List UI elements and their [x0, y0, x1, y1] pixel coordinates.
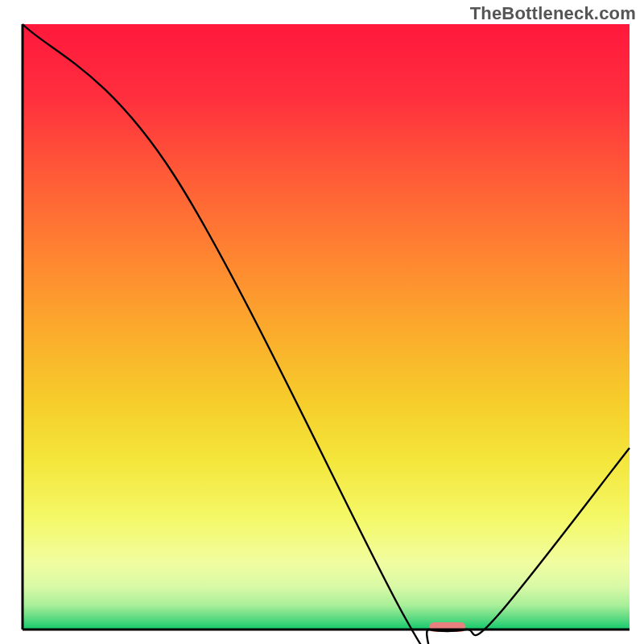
watermark-text: TheBottleneck.com: [470, 3, 636, 24]
plot-background: [23, 24, 630, 630]
bottleneck-chart: [0, 0, 644, 644]
chart-container: TheBottleneck.com: [0, 0, 644, 644]
